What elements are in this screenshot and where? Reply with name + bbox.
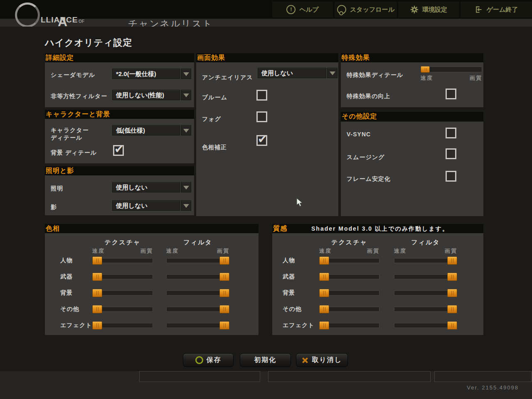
texture-slider-handle[interactable] bbox=[92, 289, 102, 297]
anisotropic-filter-value[interactable]: 使用しない(性能) bbox=[112, 90, 180, 100]
texture-slider-handle[interactable] bbox=[319, 273, 329, 281]
chevron-down-icon[interactable] bbox=[181, 69, 191, 79]
speed-label: 速度 bbox=[421, 74, 441, 82]
chevron-down-icon[interactable] bbox=[181, 182, 191, 192]
slider-row-label: 背景 bbox=[60, 289, 73, 297]
slider-row-label: 人物 bbox=[283, 257, 295, 264]
mouse-cursor bbox=[296, 198, 305, 209]
underlay-box bbox=[268, 371, 431, 382]
cancel-x-icon bbox=[302, 357, 308, 364]
bloom-label: ブルーム bbox=[202, 94, 227, 101]
texture-column-header: テクスチャ bbox=[92, 239, 153, 246]
section-header-lighting: 照明と影 bbox=[45, 166, 194, 175]
lighting-dropdown[interactable]: 使用しない bbox=[112, 182, 191, 192]
high-quality-settings-dialog: ハイクオリティ設定 詳細設定 シェーダモデル *2.0(一般仕様) 非等方性フィ… bbox=[0, 27, 532, 371]
lighting-value[interactable]: 使用しない bbox=[112, 182, 180, 192]
lighting-label: 照明 bbox=[51, 185, 63, 192]
section-header-character: キャラクターと背景 bbox=[45, 110, 194, 119]
filter-column-header: フィルタ bbox=[394, 239, 457, 246]
shadow-value[interactable]: 使用しない bbox=[112, 200, 180, 211]
filter-slider-handle[interactable] bbox=[447, 273, 457, 281]
shader-model-value[interactable]: *2.0(一般仕様) bbox=[112, 69, 180, 79]
chevron-down-icon[interactable] bbox=[181, 125, 191, 135]
shadow-dropdown[interactable]: 使用しない bbox=[112, 200, 191, 211]
texture-slider-handle[interactable] bbox=[319, 321, 329, 330]
chevron-down-icon[interactable] bbox=[327, 68, 337, 78]
texture-slider-handle[interactable] bbox=[92, 273, 102, 281]
filter-slider-handle[interactable] bbox=[447, 256, 457, 265]
gear-icon bbox=[410, 5, 419, 14]
help-icon: ! bbox=[286, 5, 296, 14]
section-header-other: その他設定 bbox=[341, 112, 483, 121]
speed-label: 速度 bbox=[319, 247, 340, 255]
panel-lighting: 照明 使用しない 影 使用しない bbox=[45, 175, 194, 215]
filter-slider-handle[interactable] bbox=[219, 256, 229, 265]
antialias-value[interactable]: 使用しない bbox=[258, 68, 326, 78]
special-effect-boost-label: 特殊効果の向上 bbox=[347, 93, 390, 100]
vsync-label: V-SYNC bbox=[347, 131, 371, 138]
special-effect-boost-checkbox[interactable] bbox=[446, 89, 456, 99]
bloom-checkbox[interactable] bbox=[256, 90, 267, 101]
reset-button-label: 初期化 bbox=[254, 356, 277, 365]
quality-label: 画質 bbox=[359, 247, 379, 255]
antialias-dropdown[interactable]: 使用しない bbox=[258, 68, 337, 78]
filter-slider-handle[interactable] bbox=[219, 289, 229, 297]
texture-slider-handle[interactable] bbox=[319, 289, 329, 297]
vsync-checkbox[interactable] bbox=[446, 128, 456, 138]
quality-label: 画質 bbox=[132, 247, 153, 255]
cancel-button-label: 取り消し bbox=[312, 356, 342, 365]
filter-slider-handle[interactable] bbox=[219, 273, 229, 281]
character-detail-dropdown[interactable]: 低(低仕様) bbox=[112, 125, 191, 135]
texture-slider-handle[interactable] bbox=[92, 256, 102, 265]
fog-checkbox[interactable] bbox=[256, 111, 267, 122]
special-effect-slider-track[interactable] bbox=[421, 66, 482, 72]
filter-slider-handle[interactable] bbox=[447, 305, 457, 313]
menu-exit-game[interactable]: ゲーム終了 bbox=[461, 2, 532, 17]
section-header-hue: 色相 bbox=[45, 224, 259, 233]
special-effect-slider-handle[interactable] bbox=[421, 66, 430, 73]
section-header-texture-quality: 質感Shader Model 3.0 以上でのみ作動します。 bbox=[272, 224, 483, 233]
anisotropic-filter-dropdown[interactable]: 使用しない(性能) bbox=[112, 90, 191, 100]
section-header-special-effects: 特殊効果 bbox=[341, 53, 483, 62]
slider-row-label: 武器 bbox=[283, 273, 295, 281]
top-bar: ! ヘルプ スタッフロール bbox=[0, 0, 532, 19]
texture-slider-handle[interactable] bbox=[92, 321, 102, 330]
quality-label: 画質 bbox=[436, 247, 457, 255]
menu-settings-label: 環境設定 bbox=[422, 6, 447, 14]
chevron-down-icon[interactable] bbox=[181, 200, 191, 211]
cancel-button[interactable]: 取り消し bbox=[296, 353, 348, 367]
quality-label: 画質 bbox=[209, 247, 229, 255]
filter-column-header: フィルタ bbox=[166, 239, 229, 246]
section-header-detail: 詳細設定 bbox=[45, 53, 194, 62]
menu-settings[interactable]: 環境設定 bbox=[398, 2, 459, 17]
save-button[interactable]: 保存 bbox=[183, 353, 234, 367]
color-correction-checkbox[interactable] bbox=[256, 135, 267, 146]
panel-character: キャラクター ディテール 低(低仕様) 背景 ディテール bbox=[45, 119, 194, 163]
filter-slider-handle[interactable] bbox=[219, 305, 229, 313]
menu-help[interactable]: ! ヘルプ bbox=[272, 2, 333, 17]
shader-model-dropdown[interactable]: *2.0(一般仕様) bbox=[112, 69, 191, 79]
texture-slider-handle[interactable] bbox=[319, 256, 329, 265]
reset-button[interactable]: 初期化 bbox=[240, 353, 291, 367]
chevron-down-icon[interactable] bbox=[181, 90, 191, 100]
frame-stabilize-checkbox[interactable] bbox=[446, 171, 456, 182]
slider-row-label: その他 bbox=[283, 305, 302, 313]
texture-quality-header: 質感 bbox=[273, 225, 287, 232]
slider-row-label: エフェクト bbox=[60, 322, 92, 329]
quality-label: 画質 bbox=[461, 74, 482, 82]
filter-slider-handle[interactable] bbox=[219, 321, 229, 330]
smoothing-label: スムージング bbox=[347, 154, 385, 161]
texture-slider-handle[interactable] bbox=[319, 305, 329, 313]
background-detail-label: 背景 ディテール bbox=[51, 149, 97, 157]
filter-slider-handle[interactable] bbox=[447, 321, 457, 330]
slider-row-label: その他 bbox=[60, 305, 79, 313]
panel-other: V-SYNC スムージング フレーム安定化 bbox=[341, 122, 483, 216]
character-detail-value[interactable]: 低(低仕様) bbox=[112, 125, 180, 135]
texture-slider-handle[interactable] bbox=[92, 305, 102, 313]
filter-slider-handle[interactable] bbox=[447, 289, 457, 297]
background-detail-checkbox[interactable] bbox=[113, 145, 124, 156]
slider-row-label: 武器 bbox=[60, 273, 73, 281]
menu-staff-roll[interactable]: スタッフロール bbox=[335, 2, 397, 17]
smoothing-checkbox[interactable] bbox=[446, 148, 456, 159]
exit-icon bbox=[475, 5, 483, 14]
